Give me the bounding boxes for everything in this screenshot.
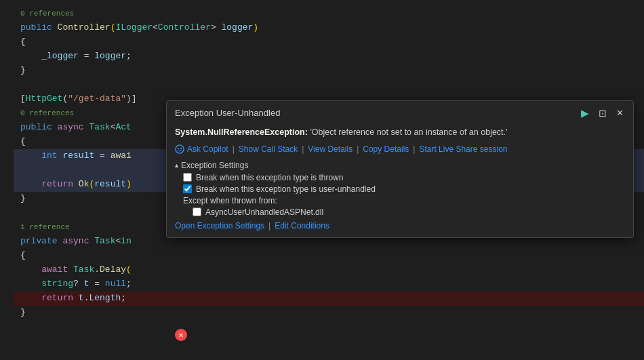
settings-header: ▴ Exception Settings — [175, 161, 625, 170]
separator: | — [413, 144, 415, 154]
code-line: { — [14, 249, 644, 263]
edit-conditions-link[interactable]: Edit Conditions — [275, 221, 329, 231]
exception-popup: Exception User-Unhandled ▶ ⊡ ✕ System.Nu… — [166, 100, 634, 238]
break-on-thrown-label: Break when this exception type is thrown — [196, 173, 343, 182]
code-line — [14, 78, 644, 92]
popup-header: Exception User-Unhandled ▶ ⊡ ✕ — [167, 101, 633, 123]
except-label: Except when thrown from: — [183, 196, 625, 205]
code-line: } — [14, 64, 644, 78]
show-call-stack-link[interactable]: Show Call Stack — [239, 144, 298, 154]
collapse-icon[interactable]: ▴ — [175, 161, 178, 169]
popup-title: Exception User-Unhandled — [175, 108, 280, 118]
comment: 1 reference — [20, 222, 70, 234]
live-share-link[interactable]: Start Live Share session — [419, 144, 507, 154]
code-line: _logger = logger; — [14, 49, 644, 64]
exception-detail: 'Object reference not set to an instance… — [308, 127, 508, 137]
comment: 0 references — [20, 108, 74, 120]
dll-checkbox[interactable] — [193, 207, 201, 216]
separator: | — [268, 221, 270, 231]
close-button[interactable]: ✕ — [613, 107, 626, 119]
copilot-icon — [175, 144, 184, 154]
code-line: string? t = null; — [14, 277, 644, 292]
bottom-links: Open Exception Settings | Edit Condition… — [175, 221, 625, 231]
svg-point-2 — [180, 148, 182, 149]
code-line: await Task.Delay( — [14, 263, 644, 277]
popup-body: System.NullReferenceException: 'Object r… — [167, 123, 633, 237]
copy-details-link[interactable]: Copy Details — [363, 144, 409, 154]
view-details-link[interactable]: View Details — [308, 144, 353, 154]
ask-copilot-link[interactable]: Ask Copilot — [187, 144, 228, 154]
break-on-unhandled-checkbox[interactable] — [183, 184, 192, 193]
open-exception-settings-link[interactable]: Open Exception Settings — [175, 221, 264, 231]
checkbox-row-2: Break when this exception type is user-u… — [183, 184, 625, 194]
code-line: { — [14, 35, 644, 49]
dll-checkbox-row: AsyncUserUnhandledASPNet.dll — [193, 207, 625, 217]
popup-controls: ▶ ⊡ ✕ — [578, 106, 626, 119]
code-line-error: return t.Length; — [14, 292, 644, 306]
action-links: Ask Copilot | Show Call Stack | View Det… — [175, 144, 625, 154]
error-indicator: ✕ — [175, 329, 187, 341]
svg-point-1 — [178, 148, 179, 149]
keyword: public — [20, 21, 58, 35]
code-line: 0 references — [14, 7, 644, 21]
continue-button[interactable]: ▶ — [578, 106, 592, 119]
dll-label: AsyncUserUnhandledASPNet.dll — [205, 207, 323, 217]
exception-message: System.NullReferenceException: 'Object r… — [175, 126, 625, 139]
checkbox-row-1: Break when this exception type is thrown — [183, 173, 625, 182]
pin-button[interactable]: ⊡ — [596, 107, 609, 119]
separator: | — [233, 144, 235, 154]
code-line: } — [14, 306, 644, 320]
settings-title: Exception Settings — [181, 161, 248, 170]
code-line: public Controller(ILogger<Controller> lo… — [14, 21, 644, 35]
separator: | — [302, 144, 304, 154]
exception-settings: ▴ Exception Settings Break when this exc… — [175, 161, 625, 231]
separator: | — [357, 144, 359, 154]
svg-point-0 — [176, 145, 184, 153]
break-on-unhandled-label: Break when this exception type is user-u… — [196, 184, 376, 194]
exception-type: System.NullReferenceException: — [175, 127, 308, 137]
comment: 0 references — [20, 8, 74, 20]
break-on-thrown-checkbox[interactable] — [183, 173, 192, 182]
